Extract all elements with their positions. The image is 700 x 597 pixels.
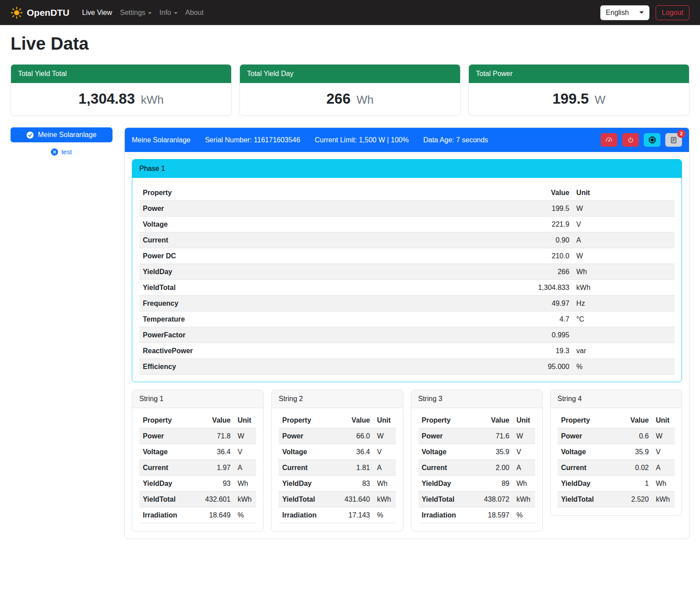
property-name: YieldTotal xyxy=(418,492,472,507)
chevron-down-icon xyxy=(174,12,178,14)
table-row: Voltage 36.4 V xyxy=(139,444,256,460)
check-circle-icon xyxy=(26,131,34,139)
event-log-button[interactable]: 2 xyxy=(665,133,682,147)
phase-card-title: Phase 1 xyxy=(132,159,682,178)
property-value: 66.0 xyxy=(332,428,374,444)
string-table-header: Property Value Unit xyxy=(139,412,256,428)
property-value: 4.7 xyxy=(399,311,573,327)
limit-settings-button[interactable] xyxy=(601,133,617,147)
x-circle-icon xyxy=(51,148,58,156)
property-unit: Wh xyxy=(374,476,396,492)
property-value: 0.02 xyxy=(615,460,652,476)
summary-card-title: Total Yield Total xyxy=(11,65,231,83)
table-row: Power 66.0 W xyxy=(279,428,395,444)
string-table: Property Value Unit Power 66.0 W Voltage… xyxy=(279,412,395,523)
table-row: ReactivePower 19.3 var xyxy=(139,343,675,359)
property-name: Irradiation xyxy=(418,507,472,523)
property-unit: W xyxy=(652,428,675,444)
table-row: Irradiation 17.143 % xyxy=(279,507,395,523)
property-name: YieldDay xyxy=(279,476,332,492)
table-row: Current 2.00 A xyxy=(418,460,535,476)
property-value: 71.8 xyxy=(192,428,234,444)
table-row: Current 0.90 A xyxy=(139,232,675,248)
table-row: YieldDay 266 Wh xyxy=(139,264,675,280)
device-info-cpu-icon xyxy=(649,136,656,144)
property-name: Current xyxy=(558,460,616,476)
phase-table: Property Value Unit Power 199.5 W Voltag… xyxy=(139,185,675,375)
property-unit xyxy=(573,327,675,343)
summary-card: Total Yield Total 1,304.83 kWh xyxy=(11,64,232,116)
phase-card: Phase 1 Property Value Unit xyxy=(132,159,682,382)
property-value: 266 xyxy=(399,264,573,280)
string-table: Property Value Unit Power 71.6 W Voltage… xyxy=(418,412,535,523)
property-unit: Wh xyxy=(652,476,675,492)
property-unit: °C xyxy=(573,311,675,327)
table-row: Temperature 4.7 °C xyxy=(139,311,675,327)
property-value: 18.597 xyxy=(471,507,513,523)
property-name: YieldDay xyxy=(139,264,399,280)
property-unit: V xyxy=(513,444,535,460)
table-row: YieldDay 83 Wh xyxy=(279,476,395,492)
property-name: YieldTotal xyxy=(139,280,399,296)
property-unit: W xyxy=(234,428,257,444)
property-name: Irradiation xyxy=(139,507,192,523)
table-row: Voltage 36.4 V xyxy=(279,444,395,460)
property-name: ReactivePower xyxy=(139,343,399,359)
property-value: 1 xyxy=(615,476,652,492)
sun-icon xyxy=(11,7,23,19)
inverter-select-button[interactable]: Meine Solaranlage xyxy=(11,127,112,142)
inverter-header: Meine Solaranlage Serial Number: 1161716… xyxy=(125,128,689,152)
power-toggle-button[interactable] xyxy=(622,133,639,147)
table-row: Current 0.02 A xyxy=(558,460,675,476)
nav-item-settings[interactable]: Settings xyxy=(116,5,156,20)
property-unit: % xyxy=(573,359,675,375)
logout-button[interactable]: Logout xyxy=(656,5,689,20)
property-unit: Wh xyxy=(234,476,257,492)
column-value: Value xyxy=(192,412,234,428)
inverter-sidebar: Meine Solaranlage test xyxy=(11,127,112,156)
property-name: Voltage xyxy=(139,217,399,232)
property-name: Voltage xyxy=(279,444,332,460)
property-name: Power xyxy=(279,428,332,444)
property-value: 432.601 xyxy=(192,492,234,507)
string-card-title: String 4 xyxy=(551,390,682,408)
nav-item-about[interactable]: About xyxy=(181,5,208,20)
property-name: YieldDay xyxy=(558,476,616,492)
property-value: 17.143 xyxy=(332,507,374,523)
event-link[interactable]: test xyxy=(11,148,112,156)
property-unit: kWh xyxy=(374,492,396,507)
event-log-journal-icon xyxy=(670,137,677,144)
brand[interactable]: OpenDTU xyxy=(11,7,69,19)
property-value: 18.649 xyxy=(192,507,234,523)
table-row: YieldTotal 2.520 kWh xyxy=(558,492,675,507)
table-row: Current 1.97 A xyxy=(139,460,256,476)
property-name: Current xyxy=(139,232,399,248)
inverter-current-limit: Current Limit: 1,500 W | 100% xyxy=(315,136,409,144)
language-select[interactable]: English xyxy=(600,5,649,20)
property-unit: W xyxy=(573,201,675,217)
nav-item-live-view[interactable]: Live View xyxy=(78,5,116,20)
property-unit: Wh xyxy=(513,476,535,492)
limit-gauge-icon xyxy=(605,136,613,144)
property-value: 19.3 xyxy=(399,343,573,359)
property-name: Irradiation xyxy=(279,507,332,523)
property-value: 221.9 xyxy=(399,217,573,232)
string-table: Property Value Unit Power 0.6 W Voltage … xyxy=(558,412,675,507)
nav-item-info[interactable]: Info xyxy=(156,5,181,20)
property-unit: A xyxy=(652,460,675,476)
property-unit: Hz xyxy=(573,296,675,311)
inverter-name: Meine Solaranlage xyxy=(132,136,190,144)
summary-unit: kWh xyxy=(141,93,163,106)
device-info-button[interactable] xyxy=(644,133,660,147)
string-card-title: String 1 xyxy=(132,390,263,408)
property-unit: Wh xyxy=(573,264,675,280)
column-property: Property xyxy=(418,412,472,428)
property-unit: % xyxy=(374,507,396,523)
property-value: 89 xyxy=(471,476,513,492)
property-name: Efficiency xyxy=(139,359,399,375)
column-unit: Unit xyxy=(374,412,396,428)
table-row: Irradiation 18.597 % xyxy=(418,507,535,523)
property-unit: V xyxy=(374,444,396,460)
summary-card: Total Power 199.5 W xyxy=(468,64,689,116)
summary-value: 199.5 xyxy=(552,90,589,107)
